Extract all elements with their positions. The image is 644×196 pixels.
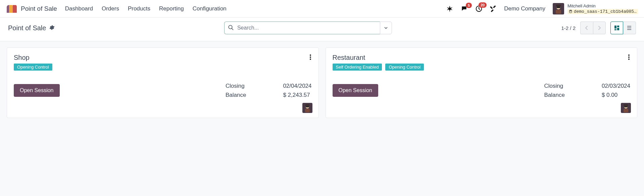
kanban-board: Shop Opening Control Open Session Closin… [0,41,644,124]
nav-orders[interactable]: Orders [102,5,119,12]
pager-prev-button[interactable] [580,22,593,34]
pos-card-restaurant: Restaurant Self Ordering Enabled Opening… [326,47,638,118]
pos-card-shop: Shop Opening Control Open Session Closin… [7,47,319,118]
search-icon [228,25,234,32]
svg-rect-4 [556,10,561,14]
svg-point-22 [628,56,630,58]
tools-icon[interactable] [490,5,497,12]
page-title: Point of Sale [8,24,46,32]
nav-dashboard[interactable]: Dashboard [65,5,93,12]
user-meta: Mitchell Admin demo_saas-171_cb1b4a08583… [567,3,638,14]
pager-text[interactable]: 1-2 / 2 [561,25,576,31]
svg-point-7 [569,10,572,11]
nav-reporting[interactable]: Reporting [159,5,184,12]
pos-app-icon [6,4,17,13]
brand[interactable]: Point of Sale [6,4,57,13]
responsible-avatar[interactable] [621,103,631,113]
gear-icon[interactable] [49,25,55,31]
card-title: Shop [14,54,52,62]
search-box[interactable] [224,22,380,34]
open-session-button[interactable]: Open Session [14,84,60,97]
database-icon [569,9,573,13]
avatar [553,3,564,14]
activities-icon[interactable]: 20 [475,5,483,12]
svg-rect-9 [614,26,616,29]
svg-rect-5 [556,7,560,8]
closing-label: Closing [226,81,246,90]
right-controls: 1-2 / 2 [561,22,636,34]
svg-point-21 [628,54,630,56]
closing-date: 02/03/2024 [602,81,630,90]
db-name: demo_saas-171_cb1b4a085839… [574,9,637,14]
search [224,22,392,34]
svg-rect-6 [556,5,561,7]
svg-rect-27 [624,106,628,108]
open-session-button[interactable]: Open Session [333,84,379,97]
svg-rect-18 [305,109,309,113]
responsible-avatar[interactable] [302,103,312,113]
svg-rect-19 [305,106,309,108]
status-tag: Self Ordering Enabled [333,64,382,71]
nav-configuration[interactable]: Configuration [193,5,227,12]
company-switcher[interactable]: Demo Company [504,5,545,12]
pager-next-button[interactable] [593,22,606,34]
status-tag: Opening Control [385,64,424,71]
db-name-line: demo_saas-171_cb1b4a085839… [567,9,638,14]
nav-right: 5 20 Demo Company [446,3,638,14]
list-view-button[interactable] [623,22,636,34]
view-switcher [610,22,636,34]
status-tag: Opening Control [14,64,52,71]
user-menu[interactable]: Mitchell Admin demo_saas-171_cb1b4a08583… [553,3,638,14]
search-options-toggle[interactable] [380,22,392,34]
svg-point-13 [310,54,311,56]
card-menu-icon[interactable] [628,54,630,62]
closing-label: Closing [544,81,564,90]
nav-links: Dashboard Orders Products Reporting Conf… [65,5,227,12]
breadcrumb: Point of Sale [8,24,55,32]
svg-rect-12 [614,29,616,30]
svg-point-15 [310,58,311,60]
closing-date: 02/04/2024 [283,81,311,90]
balance-amount: $ 0.00 [602,90,630,100]
user-name: Mitchell Admin [567,3,638,8]
nav-products[interactable]: Products [128,5,150,12]
card-menu-icon[interactable] [309,54,312,62]
svg-rect-26 [624,109,628,113]
debug-icon[interactable] [446,5,453,12]
svg-rect-11 [617,28,619,30]
kanban-view-button[interactable] [610,22,623,34]
balance-amount: $ 2,243.57 [283,90,311,100]
activities-badge: 20 [479,2,487,8]
svg-point-23 [628,58,630,60]
svg-rect-28 [624,104,628,106]
svg-point-0 [448,7,451,10]
top-nav: Point of Sale Dashboard Orders Products … [0,0,644,17]
svg-rect-20 [305,104,309,106]
search-input[interactable] [237,25,377,31]
balance-label: Balance [544,90,564,100]
svg-rect-10 [617,26,619,27]
brand-title: Point of Sale [21,5,57,12]
svg-point-14 [310,56,311,58]
card-title: Restaurant [333,54,424,62]
messages-badge: 5 [466,3,472,8]
messages-icon[interactable]: 5 [460,5,468,12]
pager-buttons [580,22,606,34]
balance-label: Balance [226,90,246,100]
control-bar: Point of Sale 1-2 / 2 [0,17,644,41]
